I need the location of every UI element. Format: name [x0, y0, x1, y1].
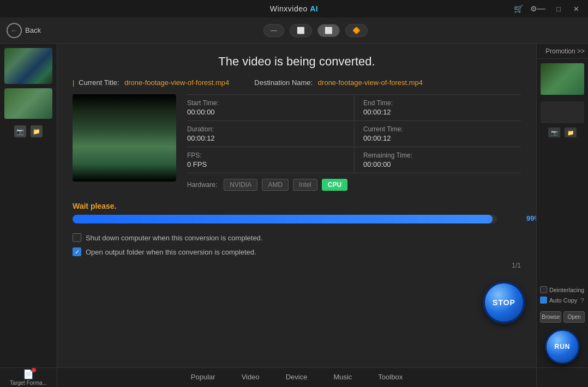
fps-cell: FPS: 0 FPS	[187, 147, 354, 173]
open-folder-checkbox[interactable]	[73, 247, 81, 256]
cart-icon[interactable]: 🛒	[513, 3, 524, 14]
video-section: Start Time: 00:00:00 End Time: 00:00:12 …	[73, 94, 521, 191]
left-sidebar: 📷 📁	[0, 44, 57, 367]
target-badge	[32, 368, 36, 372]
camera-icon[interactable]: 📷	[14, 125, 26, 137]
right-action-icons: 📷 📁	[537, 128, 588, 137]
tab-music[interactable]: Music	[320, 368, 365, 388]
top-nav: ← Back — ⬜ ⬜ 🔶	[0, 17, 588, 44]
sidebar-thumbnail-2	[4, 88, 52, 119]
hw-amd-button[interactable]: AMD	[262, 179, 289, 191]
main-layout: 📷 📁 The video is being converted. | Curr…	[0, 44, 588, 367]
options-row: Shut down computer when this conversion …	[73, 233, 521, 256]
target-format-button[interactable]: 📄 Target Forma...	[0, 368, 57, 387]
progress-bar-fill	[73, 215, 493, 223]
open-folder-label: Open output folder when this conversion …	[86, 248, 256, 256]
progress-section: Wait please. 99%	[73, 202, 521, 223]
tab-device[interactable]: Device	[273, 368, 321, 388]
thumbnail-image-2	[4, 88, 52, 119]
bottom-bar: 📄 Target Forma... Popular Video Device M…	[0, 367, 588, 387]
current-title-value: drone-footage-view-of-forest.mp4	[124, 78, 229, 87]
right-bottom-spacer	[536, 368, 588, 387]
video-preview	[73, 94, 176, 182]
shutdown-checkbox[interactable]	[73, 233, 81, 242]
start-time-cell: Start Time: 00:00:00	[187, 95, 354, 121]
deinterlacing-row: Deinterlacing	[540, 286, 585, 293]
open-button[interactable]: Open	[563, 311, 585, 323]
dest-name-value: drone-footage-view-of-forest.mp4	[318, 78, 423, 87]
open-folder-option: Open output folder when this conversion …	[73, 247, 521, 256]
app-title: Winxvideo AI	[270, 4, 318, 13]
deinterlacing-checkbox[interactable]	[540, 286, 547, 293]
hw-nvidia-button[interactable]: NVIDIA	[224, 179, 257, 191]
target-format-label: Target Forma...	[10, 380, 47, 386]
right-camera-icon[interactable]: 📷	[548, 128, 560, 137]
back-button[interactable]: ← Back	[7, 23, 41, 38]
autocopy-row: Auto Copy ?	[540, 297, 585, 304]
hw-cpu-button[interactable]: CPU	[322, 179, 347, 191]
tab-toolbox[interactable]: Toolbox	[365, 368, 416, 388]
nav-tab-3[interactable]: ⬜	[317, 24, 340, 37]
sidebar-action-icons: 📷 📁	[12, 123, 45, 140]
duration-cell: Duration: 00:00:12	[187, 121, 354, 147]
shutdown-option: Shut down computer when this conversion …	[73, 233, 521, 242]
remaining-time-cell: Remaining Time: 00:00:00	[354, 147, 521, 173]
promotion-bar[interactable]: Promotion >>	[537, 44, 588, 59]
right-action-buttons: Browse Open	[537, 311, 588, 326]
right-options: Deinterlacing Auto Copy ?	[537, 282, 588, 311]
detail-grid: Start Time: 00:00:00 End Time: 00:00:12 …	[187, 94, 521, 173]
stop-button[interactable]: STOP	[483, 281, 525, 324]
conversion-panel: The video is being converted. | Current …	[57, 44, 536, 367]
tab-video[interactable]: Video	[229, 368, 273, 388]
dest-name-label: Destination Name: drone-footage-view-of-…	[254, 78, 423, 87]
nav-tab-4[interactable]: 🔶	[345, 24, 368, 37]
nav-tabs: — ⬜ ⬜ 🔶	[50, 24, 581, 37]
bottom-tabs: Popular Video Device Music Toolbox	[57, 368, 536, 388]
file-info-row: | Current Title: drone-footage-view-of-f…	[73, 78, 521, 87]
deinterlacing-label: Deinterlacing	[549, 287, 584, 293]
autocopy-checkbox[interactable]	[540, 297, 547, 304]
right-panel: Promotion >> 📷 📁 Deinterlacing Auto Copy…	[536, 44, 588, 367]
progress-percent: 99%	[526, 214, 536, 222]
target-format-icon: 📄	[23, 369, 34, 379]
minimize-button[interactable]: —	[533, 2, 549, 15]
panel-title: The video is being converted.	[73, 55, 521, 69]
right-folder-icon[interactable]: 📁	[565, 128, 577, 137]
window-controls: — □ ✕	[533, 0, 584, 17]
nav-tab-1[interactable]: —	[263, 24, 284, 37]
current-time-cell: Current Time: 00:00:12	[354, 121, 521, 147]
close-button[interactable]: ✕	[568, 2, 584, 15]
help-icon[interactable]: ?	[580, 297, 584, 304]
current-title-label: | Current Title: drone-footage-view-of-f…	[73, 78, 229, 87]
back-label: Back	[25, 26, 41, 34]
progress-bar	[73, 215, 497, 223]
stop-button-container: STOP	[483, 281, 525, 324]
video-preview-image	[73, 94, 176, 182]
hardware-row: Hardware: NVIDIA AMD Intel CPU	[187, 173, 521, 191]
thumbnail-image-1	[4, 48, 52, 84]
tab-popular[interactable]: Popular	[178, 368, 229, 388]
shutdown-label: Shut down computer when this conversion …	[86, 234, 262, 242]
run-button-container: RUN	[537, 326, 588, 367]
run-button[interactable]: RUN	[545, 329, 580, 364]
right-thumbnail-2	[541, 101, 584, 123]
page-counter: 1/1	[73, 262, 521, 269]
end-time-cell: End Time: 00:00:12	[354, 95, 521, 121]
back-circle-icon: ←	[7, 23, 22, 38]
progress-label: Wait please.	[73, 202, 521, 210]
nav-tab-2[interactable]: ⬜	[290, 24, 312, 37]
folder-icon[interactable]: 📁	[31, 125, 43, 137]
autocopy-label: Auto Copy	[549, 297, 577, 304]
video-details: Start Time: 00:00:00 End Time: 00:00:12 …	[187, 94, 521, 191]
right-thumbnail-1	[541, 63, 584, 95]
title-bar: Winxvideo AI 🛒 ⚙ — □ ✕	[0, 0, 588, 17]
hw-intel-button[interactable]: Intel	[293, 179, 317, 191]
sidebar-thumbnail-1	[4, 48, 52, 84]
browse-button[interactable]: Browse	[540, 311, 561, 323]
maximize-button[interactable]: □	[551, 2, 566, 15]
